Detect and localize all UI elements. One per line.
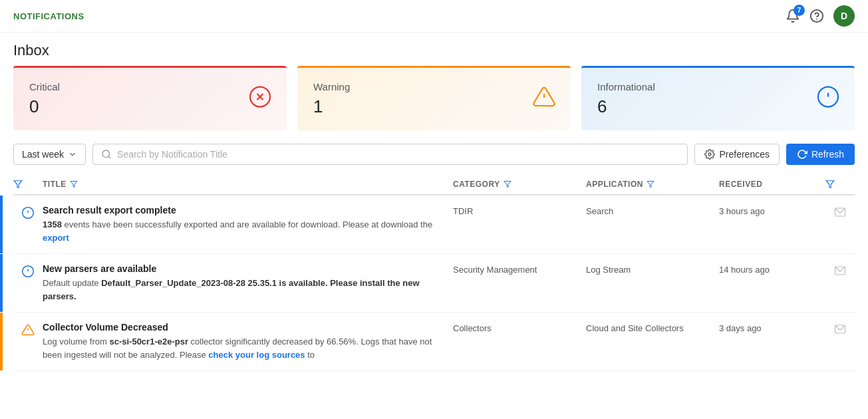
bell-badge: 7 — [794, 5, 805, 16]
row-1-title: Search result export complete — [43, 205, 453, 215]
svg-marker-13 — [14, 181, 22, 188]
top-bar: NOTIFICATIONS 7 D — [0, 0, 868, 33]
critical-icon — [248, 85, 272, 114]
summary-cards: Critical 0 Warning 1 Informational 6 — [0, 66, 868, 144]
table-row: Search result export complete 1358 event… — [13, 196, 855, 254]
application-filter-icon[interactable] — [647, 180, 654, 188]
filter-icon — [13, 180, 23, 189]
info-icon — [816, 85, 840, 114]
th-received-label: RECEIVED — [719, 180, 762, 189]
preferences-button[interactable]: Preferences — [694, 144, 779, 165]
th-category: CATEGORY — [453, 180, 586, 189]
preferences-label: Preferences — [719, 149, 769, 160]
info-row-icon — [21, 265, 35, 278]
info-row-icon — [21, 206, 35, 219]
row-3-title: Collector Volume Decreased — [43, 322, 453, 333]
card-warning-count: 1 — [313, 96, 555, 117]
action-filter-icon[interactable] — [825, 180, 835, 189]
svg-point-12 — [708, 153, 711, 156]
row-3-body: Log volume from sc-si-50cr1-e2e-psr coll… — [43, 335, 453, 361]
card-info-label: Informational — [597, 81, 839, 92]
notifications-bell[interactable]: 7 — [786, 9, 800, 23]
svg-marker-16 — [647, 182, 654, 188]
svg-line-11 — [108, 156, 110, 158]
search-icon — [101, 149, 112, 160]
page-header: Inbox — [0, 33, 868, 66]
mail-icon — [834, 323, 846, 335]
app-title: NOTIFICATIONS — [13, 11, 84, 21]
row-1-mail[interactable] — [825, 205, 855, 218]
time-filter-label: Last week — [22, 149, 64, 160]
row-1-category: TDIR — [453, 205, 586, 216]
toolbar: Last week Preferences Refresh — [0, 144, 868, 174]
page-title: Inbox — [13, 42, 855, 59]
th-title: TITLE — [43, 180, 453, 189]
row-2-body: Default update Default_Parser_Update_202… — [43, 277, 453, 303]
warning-icon — [532, 85, 556, 114]
card-warning-label: Warning — [313, 81, 555, 92]
th-action[interactable] — [825, 180, 855, 189]
search-input[interactable] — [117, 149, 679, 160]
row-2-received: 14 hours ago — [719, 263, 825, 275]
svg-marker-17 — [826, 181, 834, 188]
row-2-title: New parsers are available — [43, 263, 453, 274]
row-3-category: Collectors — [453, 322, 586, 333]
th-title-label: TITLE — [43, 180, 67, 189]
refresh-label: Refresh — [811, 149, 844, 160]
title-filter-icon[interactable] — [70, 180, 78, 188]
card-critical-label: Critical — [29, 81, 271, 92]
log-sources-link[interactable]: check your log sources — [208, 350, 305, 360]
mail-icon — [834, 265, 846, 277]
th-category-label: CATEGORY — [453, 180, 500, 189]
help-icon — [809, 9, 824, 23]
search-box — [92, 144, 688, 165]
refresh-button[interactable]: Refresh — [786, 144, 855, 165]
help-button[interactable] — [809, 9, 824, 23]
row-2-mail[interactable] — [825, 263, 855, 277]
svg-marker-14 — [71, 182, 77, 188]
row-1-application: Search — [586, 205, 719, 216]
mail-icon — [834, 206, 846, 218]
refresh-icon — [797, 149, 807, 160]
category-filter-icon[interactable] — [504, 180, 511, 188]
row-3-content: Collector Volume Decreased Log volume fr… — [43, 322, 453, 361]
th-received: RECEIVED — [719, 180, 825, 189]
th-application-label: APPLICATION — [586, 180, 643, 189]
row-3-icon — [13, 322, 43, 337]
time-filter-dropdown[interactable]: Last week — [13, 144, 86, 165]
card-critical[interactable]: Critical 0 — [13, 66, 287, 130]
th-application: APPLICATION — [586, 180, 719, 189]
row-2-icon — [13, 263, 43, 278]
table-row: Collector Volume Decreased Log volume fr… — [13, 313, 855, 371]
th-filter[interactable] — [13, 180, 43, 189]
card-warning[interactable]: Warning 1 — [297, 66, 571, 130]
warning-row-icon — [21, 323, 35, 337]
table-row: New parsers are available Default update… — [13, 254, 855, 313]
svg-marker-15 — [504, 182, 511, 188]
row-3-mail[interactable] — [825, 322, 855, 335]
table-container: TITLE CATEGORY APPLICATION RECEIVED S — [0, 174, 868, 371]
row-1-body: 1358 events have been successfully expor… — [43, 218, 453, 244]
row-3-received: 3 days ago — [719, 322, 825, 333]
export-link[interactable]: export — [43, 233, 69, 243]
chevron-down-icon — [68, 150, 77, 159]
table-header: TITLE CATEGORY APPLICATION RECEIVED — [13, 174, 855, 196]
card-info[interactable]: Informational 6 — [581, 66, 855, 130]
card-info-count: 6 — [597, 96, 839, 117]
svg-point-10 — [102, 150, 110, 158]
row-1-received: 3 hours ago — [719, 205, 825, 216]
card-critical-count: 0 — [29, 96, 271, 117]
row-2-category: Security Management — [453, 263, 586, 275]
top-bar-icons: 7 D — [786, 5, 855, 27]
row-2-application: Log Stream — [586, 263, 719, 275]
row-1-icon — [13, 205, 43, 219]
row-3-application: Cloud and Site Collectors — [586, 322, 719, 333]
row-2-content: New parsers are available Default update… — [43, 263, 453, 303]
avatar[interactable]: D — [833, 5, 855, 27]
row-1-content: Search result export complete 1358 event… — [43, 205, 453, 244]
gear-icon — [704, 149, 715, 160]
